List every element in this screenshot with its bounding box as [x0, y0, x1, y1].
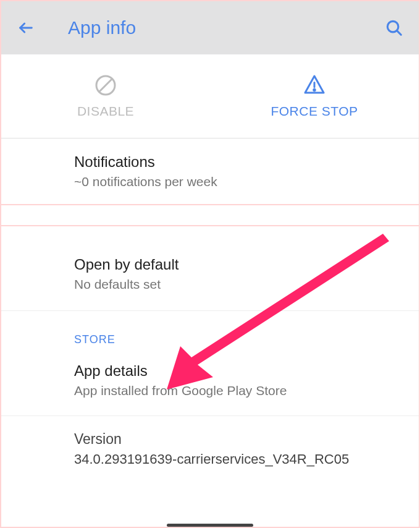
open-by-default-item[interactable]: Open by default No defaults set	[1, 226, 419, 311]
back-button[interactable]	[14, 15, 38, 40]
disable-label: DISABLE	[77, 104, 134, 119]
force-stop-label: FORCE STOP	[271, 104, 358, 119]
app-bar: App info	[1, 1, 419, 54]
search-button[interactable]	[382, 15, 406, 40]
notifications-subtitle: ~0 notifications per week	[74, 174, 401, 189]
version-item: Version 34.0.293191639-carrierservices_V…	[1, 415, 419, 482]
action-row: DISABLE FORCE STOP	[1, 54, 419, 138]
svg-line-2	[397, 30, 401, 35]
search-icon	[385, 19, 403, 37]
app-details-subtitle: App installed from Google Play Store	[74, 383, 401, 398]
force-stop-button[interactable]: FORCE STOP	[210, 54, 419, 138]
section-gap	[1, 204, 419, 226]
disable-button[interactable]: DISABLE	[1, 54, 210, 138]
disable-icon	[94, 74, 117, 96]
version-value: 34.0.293191639-carrierservices_V34R_RC05	[74, 451, 401, 467]
store-section-header: STORE	[1, 311, 419, 351]
version-title: Version	[74, 431, 401, 448]
open-by-default-subtitle: No defaults set	[74, 277, 401, 292]
page-title: App info	[68, 17, 136, 38]
notifications-item[interactable]: Notifications ~0 notifications per week	[1, 138, 419, 204]
notifications-title: Notifications	[74, 153, 401, 171]
warning-icon	[303, 74, 326, 96]
back-arrow-icon	[17, 19, 35, 36]
app-details-title: App details	[74, 362, 401, 380]
svg-point-6	[314, 89, 315, 90]
navigation-handle[interactable]	[167, 524, 253, 527]
open-by-default-title: Open by default	[74, 256, 401, 273]
svg-line-4	[99, 79, 112, 92]
app-details-item[interactable]: App details App installed from Google Pl…	[1, 351, 419, 415]
